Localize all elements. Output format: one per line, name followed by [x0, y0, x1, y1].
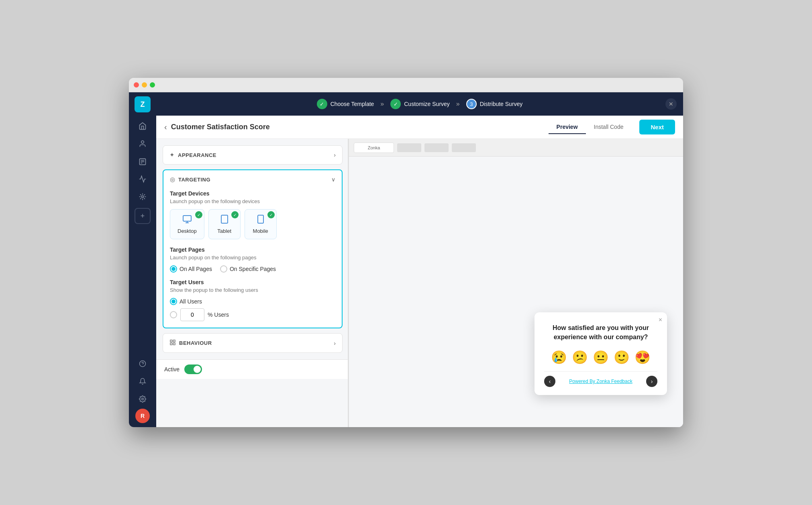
sidebar-help-button[interactable]: [135, 356, 151, 372]
target-users-title: Target Users: [170, 279, 335, 285]
step-arrow-1: »: [380, 100, 384, 108]
mac-titlebar: [129, 78, 683, 92]
content-area: ✦ APPEARANCE › ◎ TARGETING: [156, 139, 683, 427]
emoji-very-happy[interactable]: 😍: [635, 350, 651, 365]
appearance-header-left: ✦ APPEARANCE: [169, 151, 216, 159]
popup-close-button[interactable]: ×: [659, 316, 662, 324]
device-mobile[interactable]: ✓ Mobile: [245, 209, 277, 239]
sidebar-item-surveys[interactable]: [135, 153, 151, 169]
svg-point-5: [142, 196, 144, 198]
close-window-button[interactable]: [134, 82, 139, 88]
percent-input-row: % Users: [170, 308, 335, 321]
page-title: Customer Satisfaction Score: [171, 123, 549, 131]
svg-rect-9: [183, 216, 191, 221]
behaviour-header-left: BEHAVIOUR: [169, 339, 212, 347]
step-arrow-2: »: [456, 100, 460, 108]
tablet-check-icon: ✓: [231, 211, 239, 218]
sidebar-settings-button[interactable]: [135, 391, 151, 407]
sidebar: Z: [129, 92, 156, 427]
popup-footer: ‹ Powered By Zonka Feedback ›: [544, 371, 657, 387]
svg-rect-17: [173, 340, 175, 342]
right-panel: Zonka × How satisfied are you with your …: [349, 139, 683, 427]
targeting-body: Target Devices Launch popup on the follo…: [163, 190, 342, 328]
svg-rect-19: [170, 343, 172, 345]
sidebar-bottom: R: [135, 356, 151, 423]
top-nav: ✓ Choose Template » ✓ Customize Survey »…: [156, 92, 683, 116]
radio-specific-pages-label: On Specific Pages: [230, 266, 276, 272]
target-pages-title: Target Pages: [170, 246, 335, 253]
active-toggle[interactable]: [184, 364, 202, 374]
step-3-label: Distribute Survey: [480, 101, 523, 107]
radio-percent-circle[interactable]: [170, 311, 177, 318]
appearance-section: ✦ APPEARANCE ›: [163, 145, 343, 165]
svg-rect-18: [173, 343, 175, 345]
powered-by-link[interactable]: Zonka Feedback: [596, 379, 632, 384]
sidebar-add-button[interactable]: +: [135, 208, 151, 224]
browser-topbar: Zonka: [349, 139, 683, 157]
next-button[interactable]: Next: [639, 120, 675, 134]
radio-specific-pages-circle: [220, 265, 227, 273]
sidebar-item-analytics[interactable]: [135, 171, 151, 187]
emoji-very-sad[interactable]: 😢: [551, 350, 567, 365]
device-grid: ✓ Desktop: [170, 209, 335, 239]
survey-question: How satisfied are you with your experien…: [544, 324, 657, 342]
main-area: ✓ Choose Template » ✓ Customize Survey »…: [156, 92, 683, 427]
step-1-label: Choose Template: [331, 101, 374, 107]
maximize-window-button[interactable]: [150, 82, 155, 88]
step-choose-template: ✓ Choose Template: [317, 99, 374, 109]
steps-container: ✓ Choose Template » ✓ Customize Survey »…: [317, 99, 523, 109]
popup-prev-button[interactable]: ‹: [544, 376, 555, 387]
targeting-title: TARGETING: [178, 177, 210, 183]
svg-point-0: [141, 141, 144, 144]
targeting-section: ◎ TARGETING ∨ Target Devices Launch popu…: [163, 169, 343, 328]
sidebar-item-contacts[interactable]: [135, 136, 151, 152]
browser-nav-2: [424, 143, 449, 152]
targeting-header[interactable]: ◎ TARGETING ∨: [163, 170, 342, 189]
appearance-title: APPEARANCE: [178, 152, 216, 158]
device-desktop[interactable]: ✓ Desktop: [170, 209, 204, 239]
behaviour-header[interactable]: BEHAVIOUR ›: [163, 334, 342, 352]
emoji-row: 😢 😕 😐 🙂 😍: [544, 350, 657, 365]
back-button[interactable]: ‹: [164, 122, 167, 132]
radio-all-users-circle: [170, 298, 177, 305]
sidebar-item-home[interactable]: [135, 118, 151, 134]
emoji-neutral[interactable]: 😐: [593, 350, 609, 365]
step-distribute-survey: 3 Distribute Survey: [466, 99, 523, 109]
mac-window: Z: [129, 78, 683, 427]
emoji-happy[interactable]: 🙂: [614, 350, 630, 365]
radio-all-pages-label: On All Pages: [180, 266, 212, 272]
radio-all-users-label: All Users: [180, 298, 202, 305]
step-customize-survey: ✓ Customize Survey: [390, 99, 450, 109]
radio-all-pages-circle: [170, 265, 177, 273]
appearance-chevron-icon: ›: [334, 152, 336, 158]
radio-all-pages[interactable]: On All Pages: [170, 265, 212, 273]
radio-specific-pages[interactable]: On Specific Pages: [220, 265, 276, 273]
close-button[interactable]: ✕: [665, 98, 677, 110]
target-devices-title: Target Devices: [170, 190, 335, 197]
sidebar-item-integrations[interactable]: [135, 189, 151, 205]
tab-install-code[interactable]: Install Code: [586, 120, 632, 134]
minimize-window-button[interactable]: [142, 82, 147, 88]
behaviour-icon: [169, 339, 176, 347]
plus-icon: +: [141, 212, 145, 220]
device-tablet[interactable]: ✓ Tablet: [208, 209, 241, 239]
active-label: Active: [164, 366, 180, 373]
svg-rect-16: [170, 340, 172, 342]
behaviour-title: BEHAVIOUR: [179, 340, 212, 346]
avatar[interactable]: R: [135, 409, 150, 423]
powered-by-text: Powered By: [569, 379, 596, 384]
toggle-knob: [194, 366, 201, 373]
tab-preview[interactable]: Preview: [549, 120, 586, 134]
appearance-header[interactable]: ✦ APPEARANCE ›: [163, 146, 342, 164]
popup-next-button[interactable]: ›: [646, 376, 657, 387]
sidebar-notifications-button[interactable]: [135, 373, 151, 389]
left-panel: ✦ APPEARANCE › ◎ TARGETING: [156, 139, 349, 359]
survey-popup: × How satisfied are you with your experi…: [535, 312, 667, 395]
target-users-section: Target Users Show the popup to the follo…: [170, 279, 335, 321]
percent-input[interactable]: [180, 308, 204, 321]
sidebar-logo[interactable]: Z: [135, 96, 151, 112]
mobile-label: Mobile: [252, 228, 269, 234]
emoji-sad[interactable]: 😕: [572, 350, 588, 365]
left-panel-wrapper: ✦ APPEARANCE › ◎ TARGETING: [156, 139, 349, 427]
radio-all-users[interactable]: All Users: [170, 298, 202, 305]
